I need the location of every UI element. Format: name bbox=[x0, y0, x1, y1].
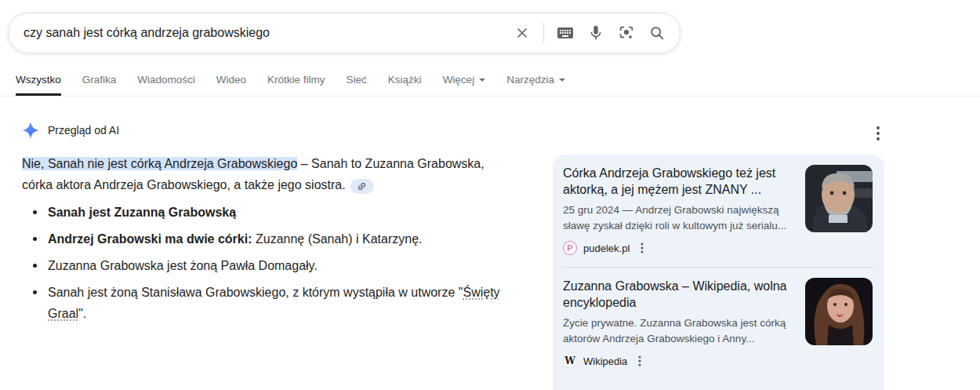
lens-icon[interactable] bbox=[617, 24, 636, 42]
tab-wiecej-label: Więcej bbox=[443, 74, 475, 86]
card-title[interactable]: Zuzanna Grabowska – Wikipedia, wolna enc… bbox=[563, 278, 796, 311]
bullet-text: Zuzanna Grabowska jest żoną Pawła Domaga… bbox=[48, 259, 318, 272]
chevron-down-icon bbox=[559, 78, 565, 82]
bullet-text: Zuzannę (Sanah) i Katarzynę. bbox=[252, 232, 423, 246]
card-more-options-icon[interactable] bbox=[641, 242, 644, 253]
tab-narzedzia-label: Narzędzia bbox=[506, 74, 554, 86]
bullet-text: Sanah jest żoną Stanisława Grabowskiego,… bbox=[48, 286, 463, 299]
tab-narzedzia[interactable]: Narzędzia bbox=[506, 74, 565, 96]
card-more-options-icon[interactable] bbox=[638, 355, 641, 366]
ai-overview-more-options-icon[interactable] bbox=[869, 124, 887, 143]
card-text: Zuzanna Grabowska – Wikipedia, wolna enc… bbox=[563, 278, 805, 380]
tab-krotkie-filmy[interactable]: Krótkie filmy bbox=[267, 74, 325, 96]
card-snippet: Życie prywatne. Zuzanna Grabowska jest c… bbox=[563, 315, 796, 347]
tab-wiadomosci[interactable]: Wiadomości bbox=[137, 74, 195, 96]
ai-overview-source-cards: Córka Andrzeja Grabowskiego też jest akt… bbox=[553, 155, 884, 390]
tab-ksiazki[interactable]: Książki bbox=[388, 74, 422, 96]
ai-overview-panel: Przegląd od AI Nie, Sanah nie jest córką… bbox=[22, 121, 503, 330]
tab-siec[interactable]: Sieć bbox=[347, 74, 367, 96]
tab-wideo[interactable]: Wideo bbox=[216, 74, 246, 96]
tab-grafika[interactable]: Grafika bbox=[82, 74, 117, 96]
ai-overview-bullets: Sanah jest Zuzanną Grabowską Andrzej Gra… bbox=[22, 202, 503, 324]
card-source-row: W Wikipedia bbox=[563, 354, 796, 368]
card-thumbnail-man-portrait bbox=[805, 165, 873, 232]
source-name: Wikipedia bbox=[583, 355, 627, 367]
list-item: Sanah jest żoną Stanisława Grabowskiego,… bbox=[27, 282, 503, 324]
wikipedia-favicon: W bbox=[563, 354, 577, 368]
source-link-chip[interactable] bbox=[350, 179, 374, 194]
search-input[interactable] bbox=[24, 26, 513, 40]
card-source-row: P pudelek.pl bbox=[563, 241, 796, 255]
ai-overview-paragraph: Nie, Sanah nie jest córką Andrzeja Grabo… bbox=[22, 153, 503, 195]
card-thumbnail-woman-portrait bbox=[805, 278, 873, 345]
card-snippet: 25 gru 2024 — Andrzej Grabowski najwięks… bbox=[563, 202, 796, 234]
chevron-down-icon bbox=[479, 78, 485, 82]
pudelek-favicon: P bbox=[563, 241, 577, 255]
source-card-pudelek[interactable]: Córka Andrzeja Grabowskiego też jest akt… bbox=[553, 155, 884, 267]
clear-icon[interactable] bbox=[513, 24, 532, 42]
tab-wiecej[interactable]: Więcej bbox=[443, 74, 486, 96]
list-item: Andrzej Grabowski ma dwie córki: Zuzannę… bbox=[27, 228, 503, 250]
bullet-text: ". bbox=[78, 307, 86, 320]
microphone-icon[interactable] bbox=[586, 24, 605, 42]
keyboard-icon[interactable] bbox=[556, 24, 575, 42]
search-icon[interactable] bbox=[648, 24, 666, 42]
ai-overview-header: Przegląd od AI bbox=[22, 121, 503, 140]
highlighted-answer: Nie, Sanah nie jest córką Andrzeja Grabo… bbox=[22, 157, 297, 170]
list-item: Zuzanna Grabowska jest żoną Pawła Domaga… bbox=[27, 255, 503, 276]
search-divider bbox=[543, 23, 544, 43]
search-bar bbox=[8, 13, 681, 53]
bullet-bold-text: Andrzej Grabowski ma dwie córki: bbox=[48, 232, 252, 246]
source-card-wikipedia[interactable]: Zuzanna Grabowska – Wikipedia, wolna enc… bbox=[553, 268, 884, 380]
results-tabs: Wszystko Grafika Wiadomości Wideo Krótki… bbox=[0, 66, 980, 97]
link-icon bbox=[354, 179, 368, 193]
tab-wszystko[interactable]: Wszystko bbox=[16, 74, 61, 96]
list-item: Sanah jest Zuzanną Grabowską bbox=[27, 202, 503, 223]
card-text: Córka Andrzeja Grabowskiego też jest akt… bbox=[563, 165, 805, 267]
bullet-bold-text: Sanah jest Zuzanną Grabowską bbox=[48, 206, 236, 219]
ai-overview-title: Przegląd od AI bbox=[48, 124, 119, 137]
card-title[interactable]: Córka Andrzeja Grabowskiego też jest akt… bbox=[563, 165, 796, 198]
source-name: pudelek.pl bbox=[583, 242, 630, 254]
ai-sparkle-icon bbox=[22, 122, 39, 139]
